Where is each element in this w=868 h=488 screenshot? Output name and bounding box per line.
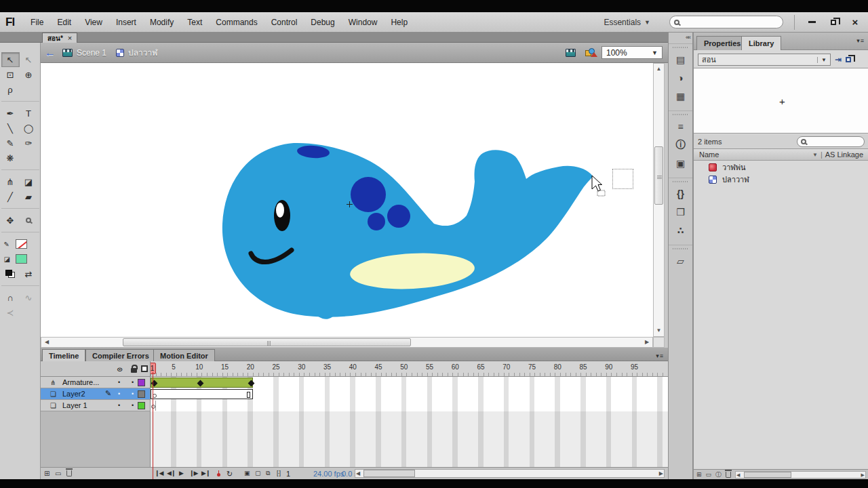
zoom-tool[interactable] — [20, 213, 38, 228]
pen-tool[interactable]: ✒ — [1, 106, 20, 121]
timeline-horizontal-scrollbar[interactable]: ◀ ▶ — [355, 469, 665, 478]
color-panel-icon[interactable]: ◑ — [672, 70, 690, 86]
stroke-color-control-swatch[interactable] — [16, 239, 27, 249]
panel-menu-icon[interactable]: ▾≡ — [856, 37, 865, 44]
vertical-scroll-thumb[interactable] — [654, 146, 663, 205]
playhead-line[interactable] — [153, 372, 153, 479]
edit-multiple-frames-button[interactable]: ⧉ — [266, 470, 269, 477]
selection-tool[interactable]: ↖ — [1, 52, 20, 67]
item-properties-button[interactable]: ⓘ — [715, 470, 722, 479]
lock-dot[interactable]: • — [132, 379, 134, 386]
scroll-right-icon[interactable]: ▶ — [642, 338, 652, 347]
paint-bucket-tool[interactable]: ◪ — [20, 174, 38, 189]
library-scroll-thumb[interactable] — [744, 472, 791, 478]
horizontal-scroll-thumb[interactable] — [123, 338, 411, 346]
menu-text[interactable]: Text — [180, 15, 209, 30]
scroll-right-icon[interactable]: ▶ — [861, 472, 865, 479]
bend-tool[interactable]: ≺ — [1, 305, 20, 320]
align-panel-icon[interactable]: ≡ — [672, 119, 690, 135]
tab-close-icon[interactable]: × — [68, 34, 72, 42]
layer-row-armature-[interactable]: ⋔Armature...•• — [41, 377, 668, 388]
go-to-first-frame-button[interactable]: ❙◀ — [155, 470, 163, 476]
components-panel-icon[interactable]: ❒ — [672, 204, 690, 220]
layer-name-cell[interactable]: ⋔Armature...•• — [41, 377, 151, 388]
go-to-last-frame-button[interactable]: ▶❙ — [201, 470, 210, 476]
scene-breadcrumb[interactable]: Scene 1 — [77, 48, 106, 58]
layer-name-cell[interactable]: ❏Layer2✎•• — [41, 388, 151, 400]
playhead-marker[interactable]: 1 — [151, 363, 156, 374]
menu-window[interactable]: Window — [342, 15, 384, 30]
tab-library[interactable]: Library — [741, 36, 781, 50]
menu-control[interactable]: Control — [264, 15, 304, 30]
tab-compiler-errors[interactable]: Compiler Errors — [85, 349, 156, 361]
fill-color-control-swatch[interactable] — [16, 254, 27, 264]
pencil-tool[interactable]: ✎ — [1, 136, 20, 150]
oval-tool[interactable]: ◯ — [20, 121, 38, 136]
menu-commands[interactable]: Commands — [209, 15, 264, 30]
lasso-tool[interactable]: ρ — [1, 82, 20, 97]
frame-rate-value[interactable]: 24.00 fps — [313, 470, 344, 478]
document-tab[interactable]: สอน* × — [42, 33, 77, 43]
frame-span[interactable] — [151, 389, 253, 399]
show-hide-all-icon[interactable]: ⊙ — [117, 367, 123, 373]
stage-horizontal-scrollbar[interactable]: ◀ ▶ — [41, 337, 653, 348]
bind-tool[interactable]: ∿ — [20, 290, 38, 305]
scroll-left-icon[interactable]: ◀ — [356, 470, 360, 477]
menu-view[interactable]: View — [78, 15, 109, 30]
swatches-panel-icon[interactable]: ▦ — [672, 88, 690, 104]
bone-tool[interactable]: ⋔ — [1, 174, 20, 189]
menu-edit[interactable]: Edit — [50, 15, 78, 30]
outline-all-icon[interactable] — [141, 365, 148, 372]
minimize-button[interactable] — [803, 16, 821, 29]
tab-properties[interactable]: Properties — [696, 36, 748, 50]
scroll-right-icon[interactable]: ▶ — [659, 470, 663, 477]
lock-all-icon[interactable] — [131, 368, 137, 373]
collapse-to-icons-button[interactable]: «« — [669, 33, 692, 43]
timeline-scroll-thumb[interactable] — [363, 470, 415, 477]
3d-rotation-tool[interactable]: ⊕ — [20, 67, 38, 82]
scroll-down-icon[interactable]: ▼ — [654, 326, 664, 336]
library-column-header[interactable]: Name ▼ | AS Linkage — [694, 148, 868, 161]
eraser-tool[interactable]: ▰ — [20, 189, 38, 204]
swap-colors-button[interactable]: ⇄ — [20, 266, 38, 281]
library-document-select[interactable]: สอน ▼ — [698, 54, 831, 66]
visibility-dot[interactable]: • — [118, 390, 120, 397]
pin-library-icon[interactable]: ⇥ — [835, 55, 842, 64]
component-inspector-panel-icon[interactable]: ∴ — [672, 222, 690, 239]
tab-timeline[interactable]: Timeline — [42, 349, 85, 361]
close-button[interactable]: × — [846, 16, 864, 29]
motion-presets-panel-icon[interactable]: ▤ — [672, 52, 690, 68]
back-button[interactable]: ← — [45, 47, 56, 59]
modify-markers-button[interactable]: [·] — [277, 470, 280, 476]
step-forward-button[interactable]: ❙▶ — [189, 470, 197, 476]
lock-dot[interactable]: • — [132, 402, 134, 409]
stage-vertical-scrollbar[interactable]: ▲ ▼ — [653, 63, 665, 337]
delete-item-button[interactable] — [726, 472, 731, 478]
whale-artwork[interactable] — [217, 136, 637, 332]
eyedropper-tool[interactable]: ╱ — [1, 189, 20, 204]
layer-row-layer2[interactable]: ❏Layer2✎•• — [41, 388, 668, 400]
snap-to-objects-toggle[interactable]: ∩ — [1, 290, 20, 305]
visibility-dot[interactable]: • — [118, 379, 120, 386]
line-tool[interactable]: ╲ — [1, 121, 20, 136]
edit-symbol-button[interactable] — [585, 48, 596, 57]
scroll-left-icon[interactable]: ◀ — [736, 472, 740, 479]
deco-tool[interactable]: ❋ — [1, 150, 20, 165]
library-horizontal-scrollbar[interactable]: ◀ ▶ — [735, 471, 866, 479]
frame-span[interactable] — [151, 378, 253, 388]
column-name-label[interactable]: Name — [699, 150, 719, 159]
new-layer-button[interactable]: ⊞ — [44, 470, 50, 477]
menu-insert[interactable]: Insert — [109, 15, 143, 30]
workspace-switcher[interactable]: Essentials ▼ — [604, 18, 650, 27]
drag-handle[interactable] — [673, 113, 688, 117]
new-library-panel-icon[interactable] — [846, 55, 851, 64]
black-white-button[interactable] — [1, 266, 20, 281]
onion-skin-button[interactable]: ▣ — [244, 470, 250, 476]
edit-scene-button[interactable] — [566, 49, 576, 57]
step-back-button[interactable]: ◀❙ — [167, 470, 175, 476]
play-button[interactable]: ▶ — [179, 470, 183, 476]
drag-handle[interactable] — [673, 45, 688, 49]
visibility-dot[interactable]: • — [118, 402, 120, 409]
library-search-input[interactable] — [797, 136, 865, 147]
new-symbol-button[interactable]: ⊞ — [696, 471, 702, 478]
